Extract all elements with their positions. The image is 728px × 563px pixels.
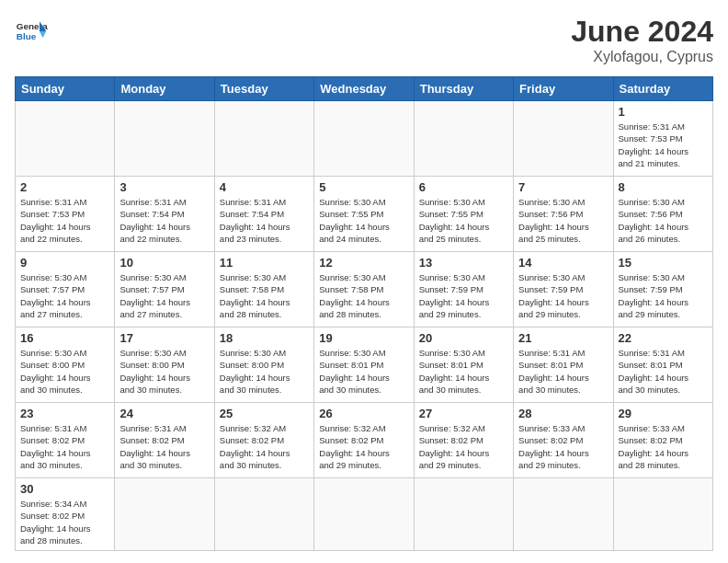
day-info: Sunrise: 5:30 AM Sunset: 8:01 PM Dayligh… — [419, 347, 508, 396]
day-number: 2 — [20, 180, 109, 194]
day-info: Sunrise: 5:32 AM Sunset: 8:02 PM Dayligh… — [319, 422, 408, 471]
day-info: Sunrise: 5:31 AM Sunset: 7:53 PM Dayligh… — [619, 121, 708, 169]
weekday-header-sunday: Sunday — [16, 77, 115, 101]
calendar-cell — [214, 478, 313, 551]
weekday-header-friday: Friday — [514, 77, 613, 101]
calendar-cell: 24Sunrise: 5:31 AM Sunset: 8:02 PM Dayli… — [115, 403, 214, 478]
day-info: Sunrise: 5:30 AM Sunset: 8:00 PM Dayligh… — [20, 347, 109, 396]
day-number: 12 — [319, 256, 408, 270]
day-number: 17 — [119, 331, 209, 345]
calendar-cell: 12Sunrise: 5:30 AM Sunset: 7:58 PM Dayli… — [314, 252, 414, 327]
svg-marker-3 — [40, 31, 46, 38]
week-row-4: 16Sunrise: 5:30 AM Sunset: 8:00 PM Dayli… — [16, 327, 713, 403]
week-row-3: 9Sunrise: 5:30 AM Sunset: 7:57 PM Daylig… — [16, 252, 713, 327]
title-area: June 2024 Xylofagou, Cyprus — [571, 15, 713, 65]
day-info: Sunrise: 5:34 AM Sunset: 8:02 PM Dayligh… — [20, 498, 109, 546]
calendar-cell — [16, 101, 115, 177]
weekday-header-thursday: Thursday — [414, 77, 513, 101]
calendar-cell: 2Sunrise: 5:31 AM Sunset: 7:53 PM Daylig… — [16, 177, 115, 252]
day-number: 25 — [220, 407, 309, 420]
day-number: 22 — [619, 331, 708, 345]
day-info: Sunrise: 5:31 AM Sunset: 8:02 PM Dayligh… — [20, 422, 109, 471]
weekday-header-tuesday: Tuesday — [214, 77, 313, 101]
calendar-cell — [314, 478, 414, 551]
week-row-2: 2Sunrise: 5:31 AM Sunset: 7:53 PM Daylig… — [16, 177, 713, 252]
day-number: 6 — [419, 180, 508, 194]
day-info: Sunrise: 5:30 AM Sunset: 7:55 PM Dayligh… — [319, 196, 408, 245]
calendar-cell: 8Sunrise: 5:30 AM Sunset: 7:56 PM Daylig… — [613, 177, 712, 252]
day-number: 29 — [619, 407, 708, 420]
day-number: 4 — [220, 180, 309, 194]
calendar-cell: 27Sunrise: 5:32 AM Sunset: 8:02 PM Dayli… — [414, 403, 513, 478]
day-number: 18 — [220, 331, 309, 345]
calendar-cell: 28Sunrise: 5:33 AM Sunset: 8:02 PM Dayli… — [514, 403, 613, 478]
calendar-table: SundayMondayTuesdayWednesdayThursdayFrid… — [15, 76, 713, 551]
day-info: Sunrise: 5:30 AM Sunset: 7:57 PM Dayligh… — [119, 271, 209, 320]
calendar-cell: 9Sunrise: 5:30 AM Sunset: 7:57 PM Daylig… — [16, 252, 115, 327]
day-number: 24 — [119, 407, 209, 420]
day-number: 26 — [319, 407, 408, 420]
weekday-header-saturday: Saturday — [613, 77, 712, 101]
day-number: 11 — [220, 256, 309, 270]
calendar-cell: 18Sunrise: 5:30 AM Sunset: 8:00 PM Dayli… — [214, 327, 313, 403]
day-number: 7 — [518, 180, 608, 194]
day-info: Sunrise: 5:30 AM Sunset: 7:59 PM Dayligh… — [419, 271, 508, 320]
calendar-cell — [115, 101, 214, 177]
day-number: 10 — [119, 256, 209, 270]
calendar-cell: 26Sunrise: 5:32 AM Sunset: 8:02 PM Dayli… — [314, 403, 414, 478]
week-row-5: 23Sunrise: 5:31 AM Sunset: 8:02 PM Dayli… — [16, 403, 713, 478]
day-number: 15 — [619, 256, 708, 270]
calendar-cell — [115, 478, 214, 551]
calendar-cell: 4Sunrise: 5:31 AM Sunset: 7:54 PM Daylig… — [214, 177, 313, 252]
day-number: 14 — [518, 256, 608, 270]
calendar-cell — [613, 478, 712, 551]
day-number: 8 — [619, 180, 708, 194]
weekday-header-monday: Monday — [115, 77, 214, 101]
day-number: 23 — [20, 407, 109, 420]
day-info: Sunrise: 5:30 AM Sunset: 7:56 PM Dayligh… — [518, 196, 608, 245]
calendar-cell: 17Sunrise: 5:30 AM Sunset: 8:00 PM Dayli… — [115, 327, 214, 403]
calendar-cell: 15Sunrise: 5:30 AM Sunset: 7:59 PM Dayli… — [613, 252, 712, 327]
calendar-cell — [314, 101, 414, 177]
day-info: Sunrise: 5:31 AM Sunset: 7:54 PM Dayligh… — [119, 196, 209, 245]
day-number: 27 — [419, 407, 508, 420]
calendar-cell: 30Sunrise: 5:34 AM Sunset: 8:02 PM Dayli… — [16, 478, 115, 551]
day-info: Sunrise: 5:30 AM Sunset: 8:00 PM Dayligh… — [220, 347, 309, 396]
day-number: 30 — [20, 482, 109, 496]
page-header: General Blue June 2024 Xylofagou, Cyprus — [15, 15, 713, 65]
day-number: 20 — [419, 331, 508, 345]
calendar-cell: 22Sunrise: 5:31 AM Sunset: 8:01 PM Dayli… — [613, 327, 712, 403]
day-number: 5 — [319, 180, 408, 194]
day-info: Sunrise: 5:30 AM Sunset: 7:59 PM Dayligh… — [518, 271, 608, 320]
day-number: 28 — [518, 407, 608, 420]
day-info: Sunrise: 5:30 AM Sunset: 7:58 PM Dayligh… — [220, 271, 309, 320]
day-info: Sunrise: 5:30 AM Sunset: 7:58 PM Dayligh… — [319, 271, 408, 320]
calendar-cell: 7Sunrise: 5:30 AM Sunset: 7:56 PM Daylig… — [514, 177, 613, 252]
day-info: Sunrise: 5:30 AM Sunset: 7:55 PM Dayligh… — [419, 196, 508, 245]
day-info: Sunrise: 5:30 AM Sunset: 8:01 PM Dayligh… — [319, 347, 408, 396]
location-subtitle: Xylofagou, Cyprus — [571, 49, 713, 65]
day-number: 21 — [518, 331, 608, 345]
day-number: 13 — [419, 256, 508, 270]
calendar-cell: 3Sunrise: 5:31 AM Sunset: 7:54 PM Daylig… — [115, 177, 214, 252]
weekday-header-wednesday: Wednesday — [314, 77, 414, 101]
calendar-cell: 14Sunrise: 5:30 AM Sunset: 7:59 PM Dayli… — [514, 252, 613, 327]
day-info: Sunrise: 5:30 AM Sunset: 7:59 PM Dayligh… — [619, 271, 708, 320]
calendar-cell: 29Sunrise: 5:33 AM Sunset: 8:02 PM Dayli… — [613, 403, 712, 478]
calendar-cell: 13Sunrise: 5:30 AM Sunset: 7:59 PM Dayli… — [414, 252, 513, 327]
day-info: Sunrise: 5:30 AM Sunset: 7:56 PM Dayligh… — [619, 196, 708, 245]
day-info: Sunrise: 5:31 AM Sunset: 7:54 PM Dayligh… — [220, 196, 309, 245]
day-info: Sunrise: 5:33 AM Sunset: 8:02 PM Dayligh… — [619, 422, 708, 471]
day-number: 1 — [619, 105, 708, 119]
day-info: Sunrise: 5:30 AM Sunset: 7:57 PM Dayligh… — [20, 271, 109, 320]
day-info: Sunrise: 5:33 AM Sunset: 8:02 PM Dayligh… — [518, 422, 608, 471]
calendar-cell: 19Sunrise: 5:30 AM Sunset: 8:01 PM Dayli… — [314, 327, 414, 403]
calendar-cell — [414, 478, 513, 551]
day-info: Sunrise: 5:31 AM Sunset: 8:01 PM Dayligh… — [619, 347, 708, 396]
svg-text:Blue: Blue — [17, 31, 37, 41]
day-info: Sunrise: 5:30 AM Sunset: 8:00 PM Dayligh… — [119, 347, 209, 396]
day-info: Sunrise: 5:32 AM Sunset: 8:02 PM Dayligh… — [419, 422, 508, 471]
calendar-cell: 21Sunrise: 5:31 AM Sunset: 8:01 PM Dayli… — [514, 327, 613, 403]
day-number: 16 — [20, 331, 109, 345]
calendar-cell: 20Sunrise: 5:30 AM Sunset: 8:01 PM Dayli… — [414, 327, 513, 403]
